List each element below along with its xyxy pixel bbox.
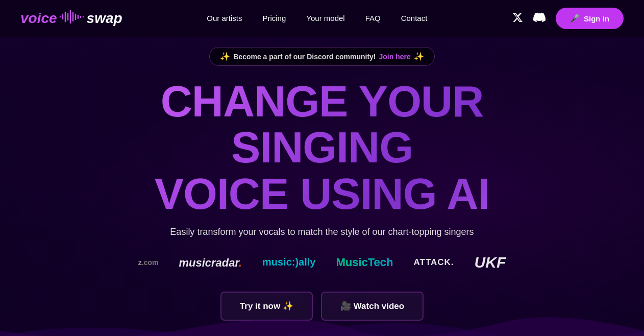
nav-right: 🎤 Sign in [512,8,624,29]
hero-subtitle: Easily transform your vocals to match th… [170,227,474,237]
twitter-icon[interactable] [512,12,523,26]
signin-label: Sign in [584,14,609,23]
press-musicaly: music:)ally [262,256,315,268]
nav-our-artists[interactable]: Our artists [207,14,242,22]
press-logos: z.com musicradar. music:)ally MusicTech … [138,254,506,271]
nav-your-model[interactable]: Your model [306,14,344,22]
signin-button[interactable]: 🎤 Sign in [556,8,624,29]
discord-banner[interactable]: ✨ Become a part of our Discord community… [209,47,435,66]
hero-content: ✨ Become a part of our Discord community… [92,47,552,321]
wave-decoration [0,316,644,336]
logo-voice: voice [20,10,57,27]
press-musicradar: musicradar. [179,255,242,270]
nav-contact[interactable]: Contact [401,14,428,22]
nav-pricing[interactable]: Pricing [262,14,286,22]
nav-links: Our artists Pricing Your model FAQ Conta… [207,14,427,23]
sparkle-right-icon: ✨ [414,52,424,61]
nav-faq[interactable]: FAQ [365,14,381,22]
press-attack: ATTACK. [414,257,454,268]
microphone-icon: 🎤 [570,14,580,23]
press-musictech: MusicTech [336,256,393,269]
press-ukf: UKF [475,254,506,271]
discord-join-link[interactable]: Join here [379,53,411,61]
hero-title-line2: VOICE USING AI [155,169,490,218]
logo[interactable]: voice swap [20,10,122,27]
navbar: voice swap Our artists Pricing Your mode… [0,0,644,37]
logo-waveform-icon [59,10,85,27]
hero-title: CHANGE YOUR SINGING VOICE USING AI [92,78,552,217]
discord-icon[interactable] [533,11,546,26]
discord-banner-text: Become a part of our Discord community! [233,53,376,61]
hero-title-line1: CHANGE YOUR SINGING [161,77,484,172]
sparkle-left-icon: ✨ [220,52,230,61]
press-zdnet: z.com [138,258,159,267]
hero-section: ✨ Become a part of our Discord community… [0,37,644,336]
logo-swap: swap [87,10,122,27]
